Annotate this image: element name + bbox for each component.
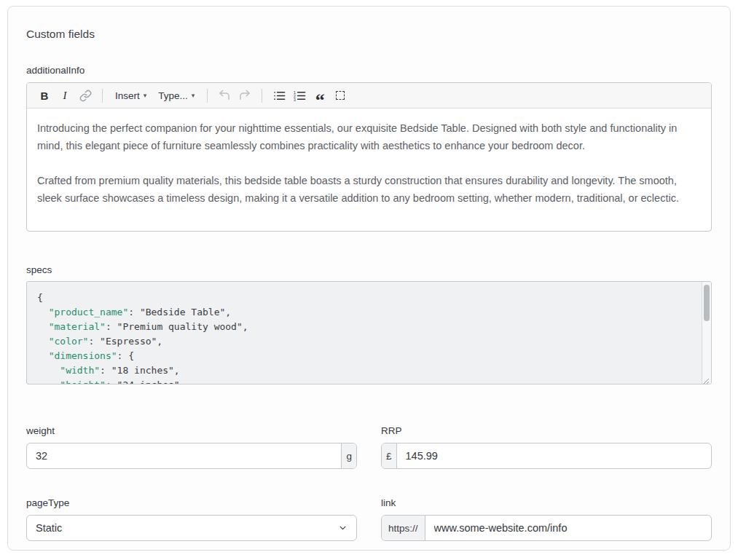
numbered-list-icon: 123 [294, 90, 306, 102]
bold-button[interactable]: B [34, 85, 55, 106]
weight-label: weight [26, 425, 357, 436]
caret-down-icon: ▾ [144, 92, 147, 99]
specs-code-editor[interactable]: { "product_name": "Bedside Table", "mate… [26, 281, 712, 384]
undo-button[interactable] [214, 85, 235, 106]
editor-paragraph: Introducing the perfect companion for yo… [37, 119, 701, 154]
link-icon [79, 90, 92, 102]
page-type-select-wrap: Static [26, 515, 357, 541]
type-dropdown-label: Type... [158, 90, 188, 101]
rich-text-editor: B I Insert ▾ Type... ▾ [26, 82, 712, 232]
currency-addon: £ [382, 443, 397, 468]
insert-dropdown-label: Insert [115, 90, 140, 101]
page-type-select[interactable]: Static [26, 515, 357, 541]
page-type-label: pageType [26, 497, 357, 508]
rrp-label: RRP [381, 425, 712, 436]
editor-paragraph: Crafted from premium quality materials, … [37, 172, 701, 207]
custom-fields-card: Custom fields additionalInfo B I Insert … [7, 6, 731, 551]
numbered-list-button[interactable]: 123 [289, 85, 310, 106]
caret-down-icon: ▾ [192, 92, 195, 99]
type-dropdown[interactable]: Type... ▾ [152, 85, 200, 106]
rrp-input-group: £ [381, 443, 712, 469]
redo-button[interactable] [235, 85, 255, 106]
specs-scrollbar-thumb[interactable] [704, 285, 710, 321]
editor-toolbar: B I Insert ▾ Type... ▾ [27, 83, 711, 109]
editor-content[interactable]: Introducing the perfect companion for yo… [27, 109, 711, 231]
svg-text:3: 3 [294, 98, 296, 102]
blockquote-button[interactable]: “ [310, 85, 330, 106]
bullet-list-icon [273, 90, 286, 102]
toolbar-separator [102, 89, 103, 103]
link-input-group: https:// [381, 515, 712, 541]
blockquote-icon: “ [315, 97, 325, 104]
link-button[interactable] [75, 85, 95, 106]
card-title: Custom fields [26, 7, 712, 41]
italic-button[interactable]: I [55, 85, 75, 106]
frame-icon [336, 91, 345, 100]
specs-label: specs [26, 264, 712, 275]
frame-button[interactable] [330, 85, 350, 106]
insert-dropdown[interactable]: Insert ▾ [109, 85, 152, 106]
toolbar-separator [262, 89, 262, 103]
additional-info-label: additionalInfo [26, 65, 712, 76]
bullet-list-button[interactable] [269, 85, 289, 106]
link-input[interactable] [425, 516, 711, 540]
weight-input-group: g [26, 443, 357, 469]
weight-unit-addon: g [341, 443, 356, 468]
link-label: link [381, 497, 712, 508]
weight-input[interactable] [27, 443, 341, 468]
toolbar-separator [207, 89, 208, 103]
redo-icon [238, 89, 251, 102]
specs-code-content: { "product_name": "Bedside Table", "mate… [37, 291, 692, 384]
undo-icon [218, 89, 231, 102]
rrp-input[interactable] [397, 443, 711, 468]
resize-handle-icon[interactable] [702, 375, 710, 382]
specs-scrollbar-track [702, 282, 711, 384]
protocol-addon: https:// [382, 516, 425, 540]
